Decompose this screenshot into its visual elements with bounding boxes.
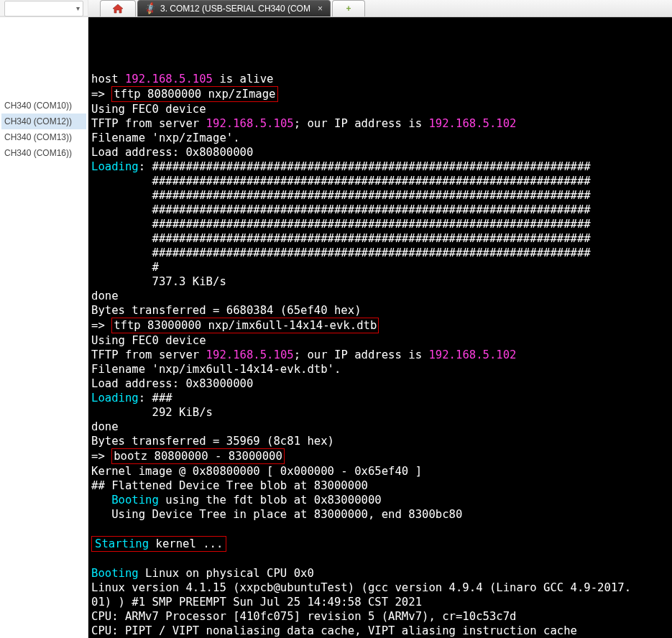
term-starting: Starting [95, 537, 149, 550]
port-label: CH340 (COM12)) [4, 116, 72, 126]
term-text: CPU: PIPT / VIPT nonaliasing data cache,… [91, 624, 577, 637]
term-text: done [91, 420, 119, 433]
term-text: CPU: ARMv7 Processor [410fc075] revision… [91, 610, 516, 623]
cmd-tftp-zimage: tftp 80800000 nxp/zImage [111, 86, 277, 102]
sidebar-header: ▾ [0, 0, 88, 17]
progress-hash: ########################################… [152, 218, 591, 231]
term-text: Using Device Tree in place at 83000000, … [91, 508, 462, 521]
term-text: done [91, 290, 119, 302]
progress-hash: # [152, 261, 159, 274]
term-text [91, 246, 152, 259]
port-label: CH340 (COM10)) [4, 101, 72, 111]
main-panel: 🚀 3. COM12 (USB-SERIAL CH340 (COM × + ho… [88, 0, 672, 638]
term-text [91, 203, 152, 216]
port-list: CH340 (COM10)) CH340 (COM12)) CH340 (COM… [0, 98, 88, 161]
term-speed: 737.3 KiB/s [152, 275, 226, 288]
term-text [91, 232, 152, 245]
progress-hash: ### [152, 392, 172, 404]
term-text: kernel ... [149, 537, 223, 550]
term-text: TFTP from server [91, 348, 206, 361]
term-text [91, 175, 152, 188]
term-text [91, 406, 152, 419]
sidebar: ▾ CH340 (COM10)) CH340 (COM12)) CH340 (C… [0, 0, 88, 638]
tab-add[interactable]: + [332, 0, 365, 17]
tab-session-title: 3. COM12 (USB-SERIAL CH340 (COM [160, 4, 310, 14]
port-item-com13[interactable]: CH340 (COM13)) [1, 129, 86, 145]
terminal[interactable]: host 192.168.5.105 is alive => tftp 8080… [88, 17, 672, 638]
port-item-com10[interactable]: CH340 (COM10)) [1, 98, 86, 114]
rocket-icon: 🚀 [144, 1, 158, 16]
close-icon[interactable]: × [318, 4, 323, 13]
port-item-com12[interactable]: CH340 (COM12)) [1, 114, 86, 129]
svg-marker-0 [113, 4, 123, 13]
term-text: : [139, 392, 152, 404]
term-text: ; our IP address is [294, 348, 429, 361]
port-label: CH340 (COM13)) [4, 132, 72, 142]
term-text: TFTP from server [91, 117, 206, 130]
term-text: Using FEC0 device [91, 334, 206, 347]
progress-hash: ########################################… [152, 160, 591, 173]
term-ip: 192.168.5.105 [206, 117, 294, 130]
cmd-starting-kernel: Starting kernel ... [91, 536, 226, 552]
term-text [91, 261, 152, 274]
tab-session[interactable]: 🚀 3. COM12 (USB-SERIAL CH340 (COM × [137, 0, 331, 17]
term-text: : [139, 160, 152, 173]
term-text: Load address: 0x80800000 [91, 146, 253, 159]
term-ip: 192.168.5.102 [428, 117, 516, 130]
plus-icon: + [346, 4, 351, 14]
term-text: Using FEC0 device [91, 103, 206, 116]
cmd-tftp-dtb: tftp 83000000 nxp/imx6ull-14x14-evk.dtb [111, 318, 379, 333]
term-prompt: => [91, 88, 111, 101]
progress-hash: ########################################… [152, 232, 591, 245]
term-text: Bytes transferred = 6680384 (65ef40 hex) [91, 304, 362, 317]
progress-hash: ########################################… [152, 246, 591, 259]
term-text: ; our IP address is [294, 117, 429, 130]
app-root: ▾ CH340 (COM10)) CH340 (COM12)) CH340 (C… [0, 0, 672, 638]
term-text: Filename 'nxp/imx6ull-14x14-evk.dtb'. [91, 363, 341, 376]
term-text: Load address: 0x83000000 [91, 377, 253, 390]
cmd-bootz: bootz 80800000 - 83000000 [111, 448, 285, 464]
term-text: Linux version 4.1.15 (xxpcb@ubuntuTest) … [91, 581, 631, 594]
term-booting: Booting [111, 494, 159, 507]
term-ip: 192.168.5.105 [125, 73, 213, 85]
chevron-down-icon: ▾ [76, 4, 80, 12]
term-booting: Booting [91, 567, 139, 580]
term-text [91, 275, 152, 288]
term-text: 01) ) #1 SMP PREEMPT Sun Jul 25 14:49:58… [91, 596, 422, 609]
term-text [91, 189, 152, 202]
term-loading: Loading [91, 160, 139, 173]
terminal-content: host 192.168.5.105 is alive => tftp 8080… [91, 57, 669, 638]
term-text: is alive [213, 73, 274, 85]
term-text [91, 494, 111, 507]
sidebar-dropdown[interactable]: ▾ [4, 1, 83, 17]
tab-bar: 🚀 3. COM12 (USB-SERIAL CH340 (COM × + [88, 0, 672, 17]
tab-home[interactable] [100, 0, 136, 17]
term-speed: 292 KiB/s [152, 406, 213, 419]
term-text: Linux on physical CPU 0x0 [139, 567, 314, 580]
progress-hash: ########################################… [152, 189, 591, 202]
term-prompt: => [91, 319, 111, 332]
term-prompt: => [91, 450, 111, 463]
term-text: ## Flattened Device Tree blob at 8300000… [91, 479, 368, 492]
port-item-com16[interactable]: CH340 (COM16)) [1, 145, 86, 161]
term-text: Filename 'nxp/zImage'. [91, 131, 240, 144]
progress-hash: ########################################… [152, 203, 591, 216]
term-text: Bytes transferred = 35969 (8c81 hex) [91, 435, 334, 448]
term-loading: Loading [91, 392, 139, 404]
term-text: using the fdt blob at 0x83000000 [159, 494, 382, 507]
term-ip: 192.168.5.105 [206, 348, 294, 361]
progress-hash: ########################################… [152, 175, 591, 188]
term-text: host [91, 73, 125, 85]
port-label: CH340 (COM16)) [4, 148, 72, 158]
term-text: Kernel image @ 0x80800000 [ 0x000000 - 0… [91, 465, 422, 478]
term-ip: 192.168.5.102 [428, 348, 516, 361]
term-text [91, 218, 152, 231]
home-icon [112, 4, 124, 14]
